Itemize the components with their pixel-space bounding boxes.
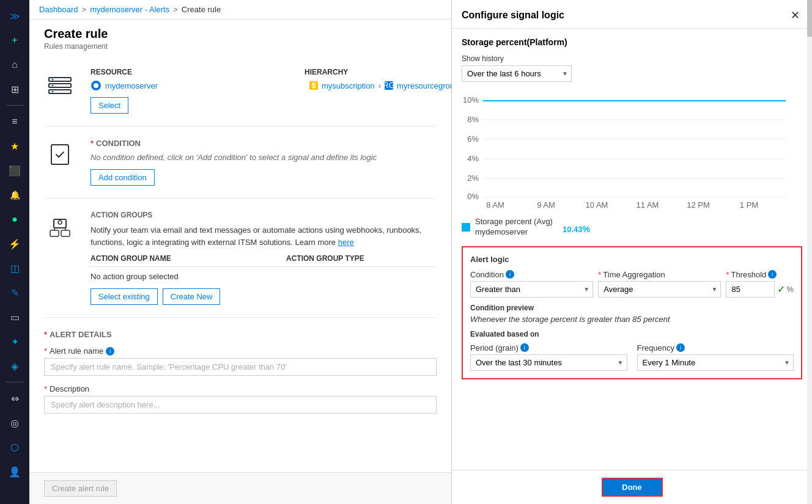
globe-icon[interactable]: ● (4, 208, 26, 230)
db-icon[interactable]: ◫ (4, 257, 26, 279)
lightning-icon[interactable]: ⚡ (4, 233, 26, 255)
person-icon[interactable]: 👤 (4, 461, 26, 483)
show-history-select[interactable]: Over the last 6 hours (462, 65, 572, 82)
breadcrumb: Dashboard > mydemoserver - Alerts > Crea… (29, 0, 451, 20)
expand-icon[interactable]: ≫ (4, 5, 26, 27)
svg-point-5 (52, 91, 54, 93)
period-label: Period (grain) i (470, 343, 627, 352)
alert-name-input[interactable] (44, 358, 437, 376)
period-info-icon[interactable]: i (520, 343, 529, 352)
create-alert-rule-button[interactable]: Create alert rule (44, 480, 117, 497)
add-condition-button[interactable]: Add condition (90, 169, 155, 186)
condition-preview-label: Condition preview (470, 304, 794, 312)
alert-description-input[interactable] (44, 396, 437, 414)
breadcrumb-alerts[interactable]: mydemoserver - Alerts (90, 5, 169, 14)
circle-dot-icon[interactable]: ◎ (4, 412, 26, 434)
show-history-select-wrapper: Over the last 6 hours ▼ (462, 65, 572, 82)
monitor-icon[interactable]: ▭ (4, 306, 26, 328)
resource-icon (45, 69, 75, 98)
layers-icon[interactable]: ◈ (4, 355, 26, 377)
page-header: Create rule Rules management (29, 20, 451, 56)
action-col-name: ACTION GROUP NAME (90, 254, 274, 263)
time-agg-select-wrapper: Average Minimum Maximum ▼ (598, 281, 721, 298)
resourcegroup-name: myresourcegroup (397, 81, 451, 90)
select-resource-button[interactable]: Select (90, 97, 128, 114)
action-icon (45, 212, 75, 241)
learn-more-link[interactable]: here (338, 238, 354, 247)
condition-body: * CONDITION No condition defined, click … (90, 139, 437, 186)
condition-label: Condition i (470, 270, 593, 279)
condition-info-icon[interactable]: i (506, 270, 514, 279)
resource-col-header: RESOURCE (90, 68, 304, 76)
plus-icon[interactable]: + (4, 29, 26, 51)
time-aggregation-select[interactable]: Average Minimum Maximum (598, 281, 721, 298)
svg-text:11 AM: 11 AM (637, 200, 659, 210)
resource-hierarchy: $ mysubscription › RG myresourcegroup (309, 81, 451, 90)
action-groups-section: ACTION GROUPS Notify your team via email… (44, 199, 437, 318)
hexagon-icon[interactable]: ⬡ (4, 436, 26, 458)
alert-name-info[interactable]: i (106, 347, 114, 356)
evaluated-label: Evaluated based on (470, 330, 794, 338)
action-col-type: ACTION GROUP TYPE (286, 254, 364, 263)
svg-text:8 AM: 8 AM (486, 200, 504, 210)
condition-select-wrapper: Greater than Less than Equal to ▼ (470, 281, 593, 298)
done-button[interactable]: Done (602, 478, 663, 497)
svg-text:8%: 8% (467, 115, 479, 124)
close-signal-panel-button[interactable]: ✕ (788, 9, 802, 22)
scrollbar-thumb[interactable] (807, 0, 812, 37)
bell-icon[interactable]: 🔔 (4, 184, 26, 206)
alert-logic-section: Alert logic Condition i Greater than Les… (462, 246, 802, 379)
page-subtitle: Rules management (44, 42, 437, 51)
svg-text:2%: 2% (467, 173, 479, 183)
svg-rect-12 (51, 145, 68, 164)
create-new-button[interactable]: Create New (163, 288, 221, 305)
breadcrumb-dashboard[interactable]: Dashboard (39, 5, 78, 14)
breadcrumb-sep-2: > (173, 5, 178, 14)
threshold-input[interactable] (726, 281, 775, 298)
page-title: Create rule (44, 27, 437, 41)
frequency-field: Frequency i Every 1 Minute Every 5 Minut… (637, 343, 794, 371)
grid-icon[interactable]: ⊞ (4, 78, 26, 100)
arrows-icon[interactable]: ⇔ (4, 387, 26, 409)
period-select[interactable]: Over the last 30 minutes Over the last 1… (470, 354, 627, 371)
pencil-icon[interactable]: ✎ (4, 282, 26, 304)
action-icon-container (44, 211, 76, 243)
scrollbar-track[interactable] (807, 0, 812, 504)
chart-area: 10% 8% 6% 4% 2% 0% 8 AM (462, 90, 802, 238)
resourcegroup-icon: RG (385, 81, 393, 90)
condition-icon-container (44, 139, 76, 170)
action-title: ACTION GROUPS (90, 211, 437, 219)
resource-header: RESOURCE HIERARCHY (90, 68, 451, 76)
svg-point-4 (52, 85, 54, 87)
frequency-select-wrapper: Every 1 Minute Every 5 Minutes Every 15 … (637, 354, 794, 371)
frequency-label: Frequency i (637, 343, 794, 352)
action-description: Notify your team via email and text mess… (90, 224, 437, 248)
threshold-info-icon[interactable]: i (768, 270, 777, 279)
puzzle-icon[interactable]: ✦ (4, 331, 26, 352)
resource-name: mydemoserver (90, 80, 304, 91)
condition-select[interactable]: Greater than Less than Equal to (470, 281, 593, 298)
svg-text:10%: 10% (463, 95, 479, 104)
time-agg-label: * Time Aggregation (598, 270, 721, 279)
frequency-info-icon[interactable]: i (676, 343, 685, 352)
resource-db-icon (90, 80, 102, 91)
alert-name-group: * Alert rule name i (44, 346, 437, 376)
threshold-field: * Threshold i ✓ % (726, 270, 794, 298)
svg-point-14 (58, 221, 62, 224)
subscription-icon: $ (309, 81, 318, 90)
period-select-wrapper: Over the last 30 minutes Over the last 1… (470, 354, 627, 371)
menu-icon[interactable]: ≡ (4, 111, 26, 133)
apps-icon[interactable]: ⬛ (4, 159, 26, 181)
period-row: Period (grain) i Over the last 30 minute… (470, 343, 794, 371)
alert-logic-row: Condition i Greater than Less than Equal… (470, 270, 794, 298)
svg-text:1 PM: 1 PM (740, 200, 758, 210)
hierarchy-col-header: HIERARCHY (304, 68, 348, 76)
period-field: Period (grain) i Over the last 30 minute… (470, 343, 627, 371)
hier-sep-1: › (378, 81, 381, 90)
frequency-select[interactable]: Every 1 Minute Every 5 Minutes Every 15 … (637, 354, 794, 371)
select-existing-button[interactable]: Select existing (90, 288, 158, 305)
signal-chart: 10% 8% 6% 4% 2% 0% 8 AM (462, 90, 792, 213)
condition-preview: Condition preview Whenever the storage p… (470, 304, 794, 324)
star-icon[interactable]: ★ (4, 135, 26, 157)
home-icon[interactable]: ⌂ (4, 54, 26, 76)
